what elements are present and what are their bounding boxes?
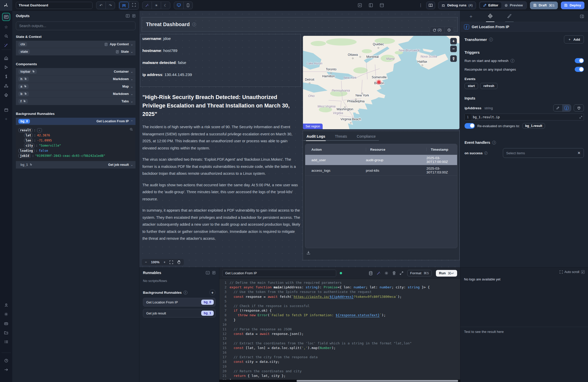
json-node-lat[interactable]: lat:42.3876 xyxy=(18,133,133,137)
json-node-result[interactable]: result:- xyxy=(18,128,133,132)
code-line[interactable]: 9 } xyxy=(219,318,460,322)
database-icon[interactable] xyxy=(369,271,372,275)
json-node-jobId[interactable]: jobId:"0199390f-2843-ceac-dc03-cf8b242a1… xyxy=(18,154,133,158)
expand-logs-icon[interactable] xyxy=(560,270,563,274)
code-line[interactable]: 18 const city = data.city; xyxy=(219,359,460,364)
bg0-row[interactable]: bg_0 Get Location From IP⌃ xyxy=(16,118,135,125)
deploy-button[interactable]: Deploy xyxy=(561,2,584,9)
tab-editor[interactable]: Editor xyxy=(480,2,501,8)
zoom-in-button[interactable]: + xyxy=(164,260,166,264)
json-node-lon[interactable]: lon:-71.0995 xyxy=(18,138,133,143)
settings-components-tab[interactable] xyxy=(486,11,494,22)
topbar-container-component[interactable]: Threat Dashboardi (2) xyxy=(142,17,457,31)
component-row-a[interactable]: aMap⌄ xyxy=(16,83,135,90)
ai-wand-icon[interactable] xyxy=(142,2,152,9)
map-fit-button[interactable]: ⇧ xyxy=(450,55,457,62)
code-line[interactable]: 16 xyxy=(219,350,460,355)
download-icon[interactable] xyxy=(307,251,310,255)
code-line[interactable]: 1// Define the main function with the re… xyxy=(219,280,460,285)
markdown-article-component[interactable]: "High-Risk Security Breach Detected: Una… xyxy=(142,93,300,260)
windmill-logo-icon[interactable] xyxy=(0,0,12,11)
dark-mode-icon[interactable]: ☾ xyxy=(161,2,170,9)
on-success-select[interactable]: Select items ✕ xyxy=(503,148,584,158)
layout-grid-icon-1[interactable] xyxy=(358,3,362,7)
run-button[interactable]: Run⌘↵ xyxy=(436,270,457,277)
tab-preview[interactable]: Preview xyxy=(501,2,526,8)
redo-button[interactable]: ↷ xyxy=(106,2,115,9)
account-icon[interactable] xyxy=(2,301,10,309)
pan-hand-icon[interactable] xyxy=(177,260,181,264)
zero-padding-button[interactable]: |0| xyxy=(119,2,129,9)
code-line[interactable]: 17 // Extract the city from the response… xyxy=(219,355,460,359)
map-zoom-out-button[interactable]: − xyxy=(450,46,457,52)
desktop-view-icon[interactable] xyxy=(174,2,183,9)
undo-button[interactable]: ↶ xyxy=(96,2,106,9)
code-line[interactable]: 15 const [lat, lon] = data.loc.split(','… xyxy=(219,346,460,350)
clear-select-icon[interactable]: ✕ xyxy=(577,151,581,155)
runnable-item-bg_0[interactable]: Get Location From IPbg_0 xyxy=(143,298,216,307)
recompute-toggle[interactable] xyxy=(575,67,584,72)
trash-icon[interactable] xyxy=(392,271,396,275)
insert-component-tab[interactable]: ＋ xyxy=(467,11,475,22)
tabs-component[interactable]: Audit LogsThreatsCompliance ActionResour… xyxy=(303,131,459,260)
zoom-out-button[interactable]: − xyxy=(145,260,147,264)
code-line[interactable]: 10 xyxy=(219,322,460,327)
column-header-resource[interactable]: Resource xyxy=(366,148,426,151)
component-row-topbar[interactable]: topbarContainer⌄ xyxy=(16,68,135,75)
event-chip-start[interactable]: start xyxy=(465,83,478,89)
home-icon[interactable] xyxy=(2,54,10,62)
add-transformer-button[interactable]: ＋Add xyxy=(564,35,584,43)
logout-arrow-icon[interactable] xyxy=(2,366,10,374)
bg1-row[interactable]: bg_1 Get job result⌄ xyxy=(16,161,135,169)
calendar-icon[interactable] xyxy=(2,106,10,114)
favorites-star-icon[interactable]: ☆ xyxy=(2,23,10,31)
ai-assistant-icon[interactable] xyxy=(2,41,10,49)
map-marker[interactable] xyxy=(377,81,380,84)
search-json-icon[interactable] xyxy=(130,128,133,131)
component-row-b[interactable]: bMarkdown⌄ xyxy=(16,90,135,98)
column-header-timestamp[interactable]: Timestamp xyxy=(426,148,457,151)
runnable-item-bg_1[interactable]: Get job resultbg_1 xyxy=(143,309,216,318)
reeval-dep-chip[interactable]: bg_1.result xyxy=(522,123,545,129)
markdown-fields-component[interactable]: username: jdoehostname: host789malware d… xyxy=(142,36,298,84)
event-chip-refresh[interactable]: refresh xyxy=(480,83,497,89)
expand-icon[interactable] xyxy=(580,116,582,118)
variables-icon[interactable] xyxy=(2,73,10,80)
add-runnable-button[interactable]: + xyxy=(209,289,216,296)
map-zoom-in-button[interactable]: + xyxy=(450,38,457,45)
column-header-action[interactable]: Action xyxy=(305,148,366,151)
table-row[interactable]: access_logsprod-k8s2025-03-30T17:03:00Z xyxy=(305,165,457,176)
layout-grid-icon-3[interactable] xyxy=(380,3,384,7)
refresh-count-button[interactable]: (2) xyxy=(430,27,444,33)
chevron-up-icon[interactable]: ⌃ xyxy=(131,120,133,123)
fit-view-icon[interactable] xyxy=(169,260,173,264)
search-outputs-input[interactable]: Search outputs... xyxy=(16,21,135,30)
recompute-history-button[interactable] xyxy=(444,27,454,33)
ai-wand-icon[interactable] xyxy=(377,271,380,275)
eval-f-mode[interactable]: f xyxy=(562,105,571,111)
docs-button[interactable] xyxy=(426,2,435,9)
auto-scroll-checkbox[interactable]: ✓ xyxy=(581,270,585,274)
logs-list-icon[interactable] xyxy=(2,338,10,346)
scrollbar-handle[interactable] xyxy=(297,380,458,382)
code-line[interactable]: 2export async function main(ipAddress: s… xyxy=(219,285,460,290)
table-row[interactable]: add_useraudit-group2025-03-30T17:00:00Z xyxy=(305,155,457,165)
ipaddress-code-input[interactable]: 1 bg_1.result.ip xyxy=(465,114,584,121)
light-mode-icon[interactable]: ☀ xyxy=(152,2,161,9)
selected-runnable-header[interactable]: f Get Location From IP xyxy=(460,22,588,32)
horizontal-scrollbar[interactable] xyxy=(219,380,460,382)
resources-icon[interactable] xyxy=(2,82,10,90)
settings-gear-icon[interactable] xyxy=(2,310,10,318)
runs-icon[interactable] xyxy=(2,63,10,71)
settings-gear-icon[interactable] xyxy=(385,271,388,275)
app-canvas[interactable]: Threat Dashboardi (2) username: jdoehost… xyxy=(139,11,460,267)
debug-runs-button[interactable]: Debug runs(4) xyxy=(438,2,476,9)
help-icon[interactable] xyxy=(2,357,10,364)
output-row-state[interactable]: stateState⌄ xyxy=(16,48,135,56)
map-canvas[interactable]: QuébecOttawaMontréalNew BrunswickNova Sc… xyxy=(303,36,459,129)
collapse-panel-icon[interactable] xyxy=(126,14,130,18)
runnable-name-input[interactable]: Get Location From IP xyxy=(222,270,336,277)
code-line[interactable]: 8 throw new Error(`Failed to fetch IP in… xyxy=(219,313,460,318)
code-line[interactable]: 4 const response = await fetch(`https://… xyxy=(219,294,460,299)
run-on-start-toggle[interactable] xyxy=(575,58,584,63)
